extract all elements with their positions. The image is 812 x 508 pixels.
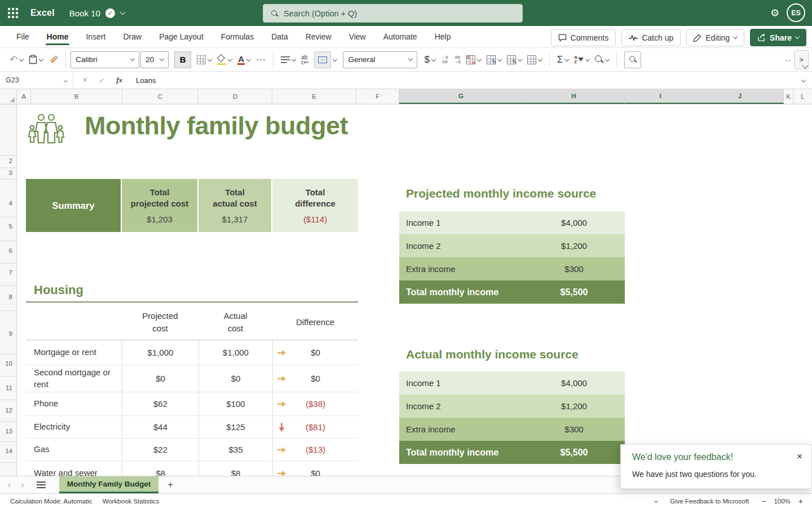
paste-button[interactable] (29, 55, 43, 64)
conditional-formatting-button[interactable] (466, 55, 481, 64)
bold-button[interactable]: B (174, 51, 191, 68)
column-header-K[interactable]: K (784, 89, 793, 104)
next-sheet-icon[interactable]: › (21, 480, 24, 489)
number-format-select[interactable]: General (343, 51, 417, 68)
catch-up-button[interactable]: Catch up (621, 29, 681, 46)
summary-projected-cell[interactable]: Total projected cost $1,203 (122, 179, 198, 232)
row-header-12[interactable]: 12 (5, 407, 12, 414)
row-header-2[interactable]: 2 (9, 157, 12, 164)
analyze-data-button[interactable] (624, 51, 641, 68)
housing-heading-cell[interactable]: Housing (34, 283, 83, 297)
zoom-level[interactable]: 100% (774, 498, 790, 505)
housing-row-water-sewer[interactable]: Water and sewer $8 $8 $0 (26, 461, 358, 476)
calculation-mode-status[interactable]: Calculation Mode: Automatic (10, 498, 92, 505)
column-header-H[interactable]: H (523, 89, 625, 104)
tab-review[interactable]: Review (304, 27, 333, 46)
row-header-14[interactable]: 14 (5, 448, 12, 454)
borders-button[interactable] (197, 55, 211, 64)
actual-income-row-1[interactable]: Income 1$4,000 (399, 371, 625, 395)
projected-income-heading-cell[interactable]: Projected monthly income source (406, 187, 596, 200)
format-painter-button[interactable] (48, 55, 58, 64)
row-header-7[interactable]: 7 (9, 269, 12, 276)
column-header-I[interactable]: I (625, 89, 696, 104)
row-header-13[interactable]: 13 (5, 428, 12, 435)
app-launcher-icon[interactable] (8, 8, 18, 18)
insert-table-button[interactable] (527, 55, 542, 64)
tab-file[interactable]: File (15, 27, 30, 46)
search-input[interactable] (284, 9, 522, 18)
zoom-in-icon[interactable]: + (798, 497, 803, 506)
sheet-tab-monthly-family-budget[interactable]: Monthly Family Budget (59, 476, 159, 493)
font-overflow-button[interactable]: ··· (256, 54, 266, 65)
select-all-corner[interactable] (0, 89, 17, 104)
projected-income-row-extra[interactable]: Extra income$300 (399, 257, 625, 281)
find-button[interactable] (595, 55, 609, 64)
account-avatar[interactable]: ES (787, 3, 805, 22)
all-sheets-menu-icon[interactable] (37, 481, 46, 488)
row-header-4[interactable]: 4 (9, 200, 12, 207)
expand-formula-bar-chevron-icon[interactable] (801, 78, 806, 82)
column-header-G[interactable]: G (399, 89, 523, 104)
font-name-select[interactable]: Calibri (70, 51, 139, 68)
housing-col-difference[interactable]: Difference (272, 304, 358, 340)
row-header-10[interactable]: 10 (5, 360, 12, 367)
column-header-E[interactable]: E (272, 89, 356, 104)
add-sheet-icon[interactable]: + (167, 479, 173, 491)
decrease-decimal-button[interactable]: .00→0 (453, 55, 460, 64)
autosum-button[interactable]: Σ (557, 54, 569, 65)
tab-data[interactable]: Data (270, 27, 289, 46)
font-color-button[interactable]: A (237, 55, 250, 65)
workbook-statistics-button[interactable]: Workbook Statistics (103, 498, 160, 505)
projected-income-total-row[interactable]: Total monthly income$5,500 (399, 281, 625, 304)
cancel-entry-icon[interactable]: × (82, 75, 87, 85)
cell-styles-button[interactable]: ✎ (507, 55, 522, 64)
merge-center-button[interactable] (314, 51, 337, 68)
tab-formulas[interactable]: Formulas (220, 27, 255, 46)
workbook-name[interactable]: Book 10 (69, 8, 100, 18)
name-box[interactable]: G23 (0, 72, 73, 89)
row-header-8[interactable]: 8 (9, 294, 12, 300)
search-bar[interactable] (263, 4, 523, 23)
insert-function-icon[interactable]: fx (116, 76, 122, 85)
housing-row-gas[interactable]: Gas $22 $35 ($13) (26, 439, 358, 461)
toolbar-overflow-dots[interactable]: ·· (785, 55, 791, 64)
column-header-A[interactable]: A (17, 89, 31, 104)
formula-content[interactable]: Loans (136, 76, 802, 85)
wrap-text-button[interactable]: abc↩ (301, 55, 308, 65)
tab-draw[interactable]: Draw (122, 27, 143, 46)
settings-gear-icon[interactable]: ⚙ (769, 7, 780, 19)
summary-header-cell[interactable]: Summary (26, 179, 122, 232)
prev-sheet-icon[interactable]: ‹ (8, 480, 11, 489)
alignment-button[interactable] (281, 56, 295, 63)
increase-decimal-button[interactable]: ←0.00 (441, 55, 448, 64)
summary-difference-cell[interactable]: Total difference ($114) (272, 179, 358, 232)
workbook-menu-chevron-icon[interactable] (120, 9, 125, 15)
tab-insert[interactable]: Insert (85, 27, 107, 46)
housing-row-second-mortgage[interactable]: Second mortgage or rent $0 $0 $0 (26, 365, 358, 392)
column-header-L[interactable]: L (793, 89, 812, 104)
actual-income-heading-cell[interactable]: Actual monthly income source (406, 348, 579, 361)
autosave-status-icon[interactable]: ✓ (105, 8, 115, 18)
editing-mode-button[interactable]: Editing (686, 29, 744, 46)
row-header-11[interactable]: 11 (6, 384, 12, 391)
column-header-B[interactable]: B (31, 89, 122, 104)
give-feedback-link[interactable]: Give Feedback to Microsoft (670, 498, 749, 505)
close-icon[interactable]: × (797, 451, 802, 462)
summary-actual-cell[interactable]: Total actual cost $1,317 (198, 179, 272, 232)
tab-page-layout[interactable]: Page Layout (158, 27, 205, 46)
row-header-3[interactable]: 3 (9, 169, 12, 176)
row-header-9[interactable]: 9 (9, 330, 12, 337)
actual-income-row-extra[interactable]: Extra income$300 (399, 418, 625, 441)
column-header-F[interactable]: F (356, 89, 399, 104)
housing-row-phone[interactable]: Phone $62 $100 ($38) (26, 392, 358, 416)
comments-button[interactable]: Comments (551, 29, 616, 46)
tab-automate[interactable]: Automate (382, 27, 418, 46)
actual-income-total-row[interactable]: Total monthly income$5,500 (399, 441, 625, 464)
share-button[interactable]: Share (750, 29, 806, 46)
row-header-5[interactable]: 5 (9, 223, 12, 230)
tab-help[interactable]: Help (434, 27, 452, 46)
tab-home[interactable]: Home (46, 27, 70, 46)
projected-income-row-1[interactable]: Income 1$4,000 (399, 211, 625, 234)
housing-col-actual[interactable]: Actual cost (198, 304, 272, 340)
sheet-title-cell[interactable]: Monthly family budget (85, 111, 348, 141)
